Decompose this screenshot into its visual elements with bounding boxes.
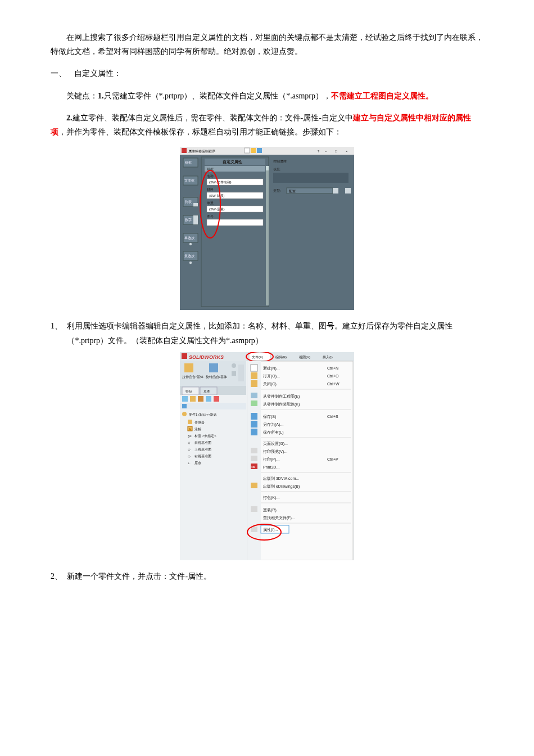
svg-rect-47 (214, 396, 219, 402)
svg-rect-3 (245, 148, 250, 153)
key-label: 关键点： (66, 92, 98, 100)
svg-rect-2 (182, 148, 187, 153)
svg-text:{SW-质量}: {SW-质量} (209, 208, 225, 211)
palette-number[interactable]: 数字 (185, 218, 192, 222)
menu-insert[interactable]: 插入(I) (323, 356, 333, 359)
saveas-icon (251, 421, 257, 428)
menu-save[interactable]: 保存(S) (263, 415, 276, 419)
svg-text:配置: 配置 (289, 190, 296, 193)
section-1-num: 一、 (51, 66, 66, 80)
menu-print3d[interactable]: Print3D... (263, 465, 279, 469)
key1-body: 只需建立零件（*.prtprp）、装配体文件自定义属性（*.asmprp）， (104, 92, 331, 100)
short-close: Ctrl+W (327, 382, 340, 386)
svg-rect-38 (238, 364, 244, 381)
step-2-text: 新建一个零件文件，并点击：文件-属性。 (67, 569, 483, 583)
menu-saveall[interactable]: 保存所有(L) (263, 430, 284, 435)
tree-material[interactable]: 材质 <未指定> (194, 434, 216, 438)
svg-rect-32 (182, 353, 187, 359)
menu-3dvia[interactable]: 出版到 3DVIA.com... (263, 476, 299, 480)
tree-annotations[interactable]: 注解 (194, 427, 201, 431)
solidworks-file-menu: SOLIDWORKS 文件(F) 编辑(E) 视图(V) 插入(I) 拉伸凸台/… (180, 352, 354, 560)
extrude-label: 拉伸凸台/基体 (182, 375, 203, 379)
tab-sketch[interactable]: 草图 (203, 390, 210, 393)
label-weight: 单重 (207, 201, 214, 205)
extrude-icon[interactable] (184, 363, 193, 372)
svg-text:组框: 组框 (185, 161, 192, 164)
menu-close[interactable]: 关闭(C) (263, 382, 277, 386)
filter-icon[interactable] (182, 404, 187, 408)
save-icon (251, 413, 257, 420)
tree-front-plane[interactable]: 前视基准面 (194, 441, 211, 444)
tree-top-plane[interactable]: 上视基准面 (194, 448, 211, 451)
svg-rect-48 (180, 403, 246, 410)
svg-text:◇: ◇ (188, 441, 191, 444)
palette-check[interactable]: 复选按 (184, 254, 194, 258)
step-2: 2、 新建一个零件文件，并点击：文件-属性。 (51, 569, 483, 583)
menu-fromasm[interactable]: 从零件制作装配体(K) (263, 402, 300, 407)
new-icon (251, 364, 257, 371)
menu-preview[interactable]: 打印预览(V)... (263, 449, 287, 454)
menu-pack[interactable]: 打包(K)... (263, 496, 279, 500)
menu-view[interactable]: 视图(V) (299, 356, 310, 359)
preview-icon (251, 448, 257, 453)
label-name: 名称 (207, 174, 214, 178)
svg-rect-19 (205, 166, 265, 172)
palette-list[interactable]: 列表 (185, 200, 192, 204)
svg-text:{SW-文件名称}: {SW-文件名称} (209, 180, 232, 184)
short-print: Ctrl+P (327, 457, 338, 461)
svg-rect-12 (193, 215, 198, 224)
menu-properties[interactable]: 属性(I)... (263, 528, 278, 532)
menu-edit[interactable]: 编辑(E) (275, 355, 287, 359)
key1-emph: 不需建立工程图自定义属性。 (331, 92, 433, 100)
revolve-icon[interactable] (209, 363, 218, 372)
menu-saveas[interactable]: 另存为(A)... (263, 422, 283, 427)
tree-root[interactable]: 零件1 (默认<<默认 (189, 413, 217, 416)
window-max-icon[interactable]: □ (335, 150, 337, 153)
palette-textbox[interactable]: 文本框 (184, 178, 194, 182)
step-1-num: 1、 (51, 319, 62, 347)
section-1-title: 自定义属性： (74, 66, 121, 80)
tree-right-plane[interactable]: 右视基准面 (194, 454, 211, 458)
menu-new[interactable]: 新建(N)... (263, 366, 280, 371)
menu-file[interactable]: 文件(F) (252, 355, 263, 359)
open-icon (251, 372, 257, 379)
tree-sensors[interactable]: 传感器 (194, 421, 205, 424)
makeasm-icon (251, 400, 257, 406)
svg-rect-29 (333, 188, 338, 194)
tab-features[interactable]: 特征 (185, 390, 192, 393)
svg-rect-25 (266, 166, 269, 170)
menu-fromdw[interactable]: 从零件制作工程图(E) (263, 394, 300, 399)
ctrl-type-label: 类型: (273, 189, 281, 192)
key-point-1: 关键点：1.只需建立零件（*.prtprp）、装配体文件自定义属性（*.asmp… (51, 89, 483, 103)
close-icon (251, 380, 257, 387)
section-1-heading: 一、 自定义属性： (51, 66, 483, 80)
svg-text:◇: ◇ (188, 448, 191, 451)
part-icon (182, 412, 187, 416)
menu-print[interactable]: 打印(P)... (263, 457, 279, 462)
tree-origin[interactable]: 原点 (194, 461, 201, 465)
key2-num: 2. (66, 114, 73, 122)
field-drawingno[interactable] (207, 219, 263, 226)
window-close-icon[interactable]: × (346, 150, 348, 153)
palette-radio[interactable]: 单选按 (184, 236, 194, 240)
svg-text:§≡: §≡ (188, 434, 192, 438)
panel-title: 自定义属性 (223, 159, 242, 164)
svg-rect-45 (198, 396, 203, 402)
intro-paragraph: 在网上搜索了很多介绍标题栏引用自定义属性的文档，对里面的关键点都不是太清楚，经试… (51, 30, 483, 58)
step-1-text: 利用属性选项卡编辑器编辑自定义属性，比如添加：名称、材料、单重、图号。建立好后保… (67, 319, 483, 347)
svg-text:3D: 3D (251, 466, 255, 469)
svg-rect-43 (182, 396, 188, 402)
makedrawing-icon (251, 393, 257, 398)
menu-page[interactable]: 页面设置(G)... (263, 442, 288, 446)
label-drawingno: 图号 (207, 215, 214, 218)
property-tab-builder-window: 属性标签编制程序 ? – □ × 组框 文本框 列表 数字 单选按 复选按 自定… (180, 147, 354, 310)
menu-findref[interactable]: 查找相关文件(F)... (263, 516, 295, 520)
edrawings-icon (251, 483, 257, 488)
key1-num: 1. (98, 92, 104, 100)
menu-open[interactable]: 打开(O)... (263, 374, 280, 379)
figure-1: 属性标签编制程序 ? – □ × 组框 文本框 列表 数字 单选按 复选按 自定… (51, 147, 483, 314)
ctrl-browse-button[interactable] (345, 188, 351, 194)
menu-edrawings[interactable]: 出版到 eDrawings(B) (263, 484, 300, 489)
revolve-label: 旋转凸台/基体 (206, 375, 227, 379)
menu-reload[interactable]: 重装(R)... (263, 508, 280, 512)
